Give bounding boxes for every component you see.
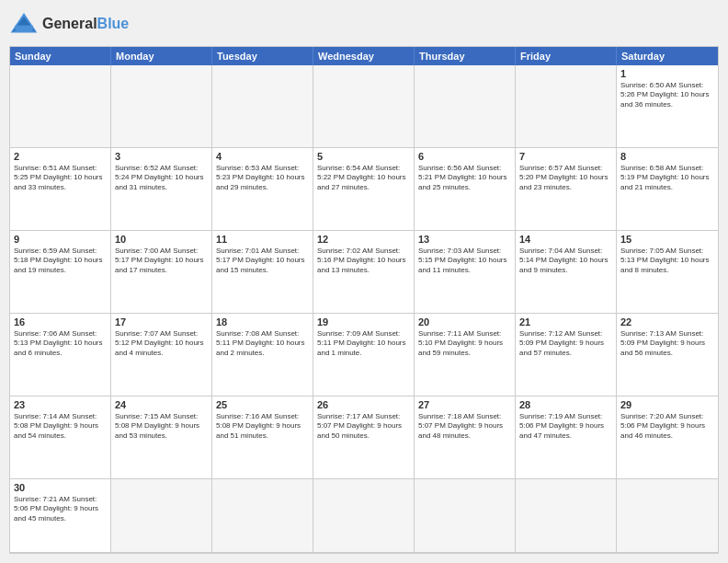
calendar-grid: 1Sunrise: 6:50 AM Sunset: 5:26 PM Daylig…: [10, 65, 718, 553]
day-number: 6: [418, 151, 511, 162]
calendar-day-29: 29Sunrise: 7:20 AM Sunset: 5:06 PM Dayli…: [617, 396, 718, 479]
day-headers: SundayMondayTuesdayWednesdayThursdayFrid…: [10, 47, 718, 65]
logo-text: GeneralBlue: [42, 16, 129, 32]
calendar-day-28: 28Sunrise: 7:19 AM Sunset: 5:06 PM Dayli…: [516, 396, 617, 479]
calendar-day-4: 4Sunrise: 6:53 AM Sunset: 5:23 PM Daylig…: [212, 148, 313, 231]
day-number: 28: [519, 399, 612, 410]
calendar-empty: [415, 479, 516, 553]
day-number: 23: [14, 399, 107, 410]
calendar-empty: [617, 479, 718, 553]
day-info: Sunrise: 7:02 AM Sunset: 5:16 PM Dayligh…: [317, 247, 410, 275]
calendar-day-1: 1Sunrise: 6:50 AM Sunset: 5:26 PM Daylig…: [617, 65, 718, 148]
day-header-sunday: Sunday: [10, 47, 111, 65]
day-header-monday: Monday: [111, 47, 212, 65]
calendar-day-20: 20Sunrise: 7:11 AM Sunset: 5:10 PM Dayli…: [415, 314, 516, 396]
calendar-day-26: 26Sunrise: 7:17 AM Sunset: 5:07 PM Dayli…: [313, 396, 415, 479]
day-number: 4: [216, 151, 309, 162]
header: GeneralBlue: [9, 9, 719, 39]
day-info: Sunrise: 7:12 AM Sunset: 5:09 PM Dayligh…: [519, 329, 612, 358]
day-number: 14: [519, 234, 612, 245]
day-info: Sunrise: 7:20 AM Sunset: 5:06 PM Dayligh…: [620, 412, 714, 441]
day-header-friday: Friday: [516, 47, 617, 65]
day-number: 5: [317, 151, 410, 162]
day-info: Sunrise: 7:05 AM Sunset: 5:13 PM Dayligh…: [620, 247, 714, 275]
day-info: Sunrise: 6:57 AM Sunset: 5:20 PM Dayligh…: [519, 164, 612, 192]
calendar-day-5: 5Sunrise: 6:54 AM Sunset: 5:22 PM Daylig…: [313, 148, 415, 231]
calendar-empty: [111, 65, 212, 148]
calendar-day-25: 25Sunrise: 7:16 AM Sunset: 5:08 PM Dayli…: [212, 396, 313, 479]
day-number: 1: [620, 68, 714, 79]
logo: GeneralBlue: [9, 9, 129, 39]
calendar-day-14: 14Sunrise: 7:04 AM Sunset: 5:14 PM Dayli…: [516, 231, 617, 314]
calendar-day-17: 17Sunrise: 7:07 AM Sunset: 5:12 PM Dayli…: [111, 314, 212, 396]
day-number: 27: [418, 399, 511, 410]
day-number: 21: [519, 316, 612, 327]
calendar-empty: [212, 65, 313, 148]
calendar-day-15: 15Sunrise: 7:05 AM Sunset: 5:13 PM Dayli…: [617, 231, 718, 314]
calendar-empty: [10, 65, 111, 148]
calendar-day-2: 2Sunrise: 6:51 AM Sunset: 5:25 PM Daylig…: [10, 148, 111, 231]
day-info: Sunrise: 7:15 AM Sunset: 5:08 PM Dayligh…: [115, 412, 208, 441]
day-number: 18: [216, 316, 309, 327]
day-number: 8: [620, 151, 714, 162]
day-number: 17: [115, 316, 208, 327]
day-header-thursday: Thursday: [415, 47, 516, 65]
day-info: Sunrise: 6:50 AM Sunset: 5:26 PM Dayligh…: [620, 81, 714, 109]
day-header-saturday: Saturday: [617, 47, 718, 65]
day-number: 24: [115, 399, 208, 410]
day-info: Sunrise: 7:04 AM Sunset: 5:14 PM Dayligh…: [519, 247, 612, 275]
day-info: Sunrise: 7:11 AM Sunset: 5:10 PM Dayligh…: [418, 329, 511, 358]
calendar-day-19: 19Sunrise: 7:09 AM Sunset: 5:11 PM Dayli…: [313, 314, 415, 396]
calendar-day-10: 10Sunrise: 7:00 AM Sunset: 5:17 PM Dayli…: [111, 231, 212, 314]
calendar-empty: [111, 479, 212, 553]
day-info: Sunrise: 7:13 AM Sunset: 5:09 PM Dayligh…: [620, 329, 714, 358]
calendar-day-18: 18Sunrise: 7:08 AM Sunset: 5:11 PM Dayli…: [212, 314, 313, 396]
calendar-day-8: 8Sunrise: 6:58 AM Sunset: 5:19 PM Daylig…: [617, 148, 718, 231]
day-number: 7: [519, 151, 612, 162]
day-info: Sunrise: 6:54 AM Sunset: 5:22 PM Dayligh…: [317, 164, 410, 192]
page: GeneralBlue SundayMondayTuesdayWednesday…: [0, 0, 728, 563]
day-number: 15: [620, 234, 714, 245]
day-info: Sunrise: 7:18 AM Sunset: 5:07 PM Dayligh…: [418, 412, 511, 441]
calendar-empty: [516, 65, 617, 148]
calendar-day-13: 13Sunrise: 7:03 AM Sunset: 5:15 PM Dayli…: [415, 231, 516, 314]
calendar-day-23: 23Sunrise: 7:14 AM Sunset: 5:08 PM Dayli…: [10, 396, 111, 479]
day-info: Sunrise: 7:17 AM Sunset: 5:07 PM Dayligh…: [317, 412, 410, 441]
calendar-empty: [415, 65, 516, 148]
day-number: 25: [216, 399, 309, 410]
calendar-day-16: 16Sunrise: 7:06 AM Sunset: 5:13 PM Dayli…: [10, 314, 111, 396]
day-info: Sunrise: 6:51 AM Sunset: 5:25 PM Dayligh…: [14, 164, 107, 192]
day-number: 30: [14, 482, 107, 493]
calendar-day-6: 6Sunrise: 6:56 AM Sunset: 5:21 PM Daylig…: [415, 148, 516, 231]
calendar-day-24: 24Sunrise: 7:15 AM Sunset: 5:08 PM Dayli…: [111, 396, 212, 479]
day-info: Sunrise: 7:06 AM Sunset: 5:13 PM Dayligh…: [14, 329, 107, 358]
calendar-empty: [313, 65, 415, 148]
day-info: Sunrise: 7:19 AM Sunset: 5:06 PM Dayligh…: [519, 412, 612, 441]
calendar-empty: [212, 479, 313, 553]
calendar-day-9: 9Sunrise: 6:59 AM Sunset: 5:18 PM Daylig…: [10, 231, 111, 314]
day-number: 19: [317, 316, 410, 327]
day-info: Sunrise: 7:01 AM Sunset: 5:17 PM Dayligh…: [216, 247, 309, 275]
day-header-tuesday: Tuesday: [212, 47, 313, 65]
logo-icon: [9, 9, 39, 39]
day-info: Sunrise: 6:59 AM Sunset: 5:18 PM Dayligh…: [14, 247, 107, 275]
day-info: Sunrise: 7:21 AM Sunset: 5:06 PM Dayligh…: [14, 495, 107, 523]
calendar-empty: [313, 479, 415, 553]
calendar-day-7: 7Sunrise: 6:57 AM Sunset: 5:20 PM Daylig…: [516, 148, 617, 231]
calendar-empty: [516, 479, 617, 553]
svg-rect-2: [15, 26, 32, 31]
calendar-day-30: 30Sunrise: 7:21 AM Sunset: 5:06 PM Dayli…: [10, 479, 111, 553]
day-number: 20: [418, 316, 511, 327]
day-number: 29: [620, 399, 714, 410]
calendar-day-3: 3Sunrise: 6:52 AM Sunset: 5:24 PM Daylig…: [111, 148, 212, 231]
day-info: Sunrise: 6:53 AM Sunset: 5:23 PM Dayligh…: [216, 164, 309, 192]
calendar-day-21: 21Sunrise: 7:12 AM Sunset: 5:09 PM Dayli…: [516, 314, 617, 396]
day-info: Sunrise: 7:03 AM Sunset: 5:15 PM Dayligh…: [418, 247, 511, 275]
day-info: Sunrise: 7:14 AM Sunset: 5:08 PM Dayligh…: [14, 412, 107, 441]
day-number: 3: [115, 151, 208, 162]
calendar-day-22: 22Sunrise: 7:13 AM Sunset: 5:09 PM Dayli…: [617, 314, 718, 396]
day-number: 2: [14, 151, 107, 162]
day-info: Sunrise: 7:08 AM Sunset: 5:11 PM Dayligh…: [216, 329, 309, 358]
day-number: 22: [620, 316, 714, 327]
calendar: SundayMondayTuesdayWednesdayThursdayFrid…: [9, 46, 719, 554]
